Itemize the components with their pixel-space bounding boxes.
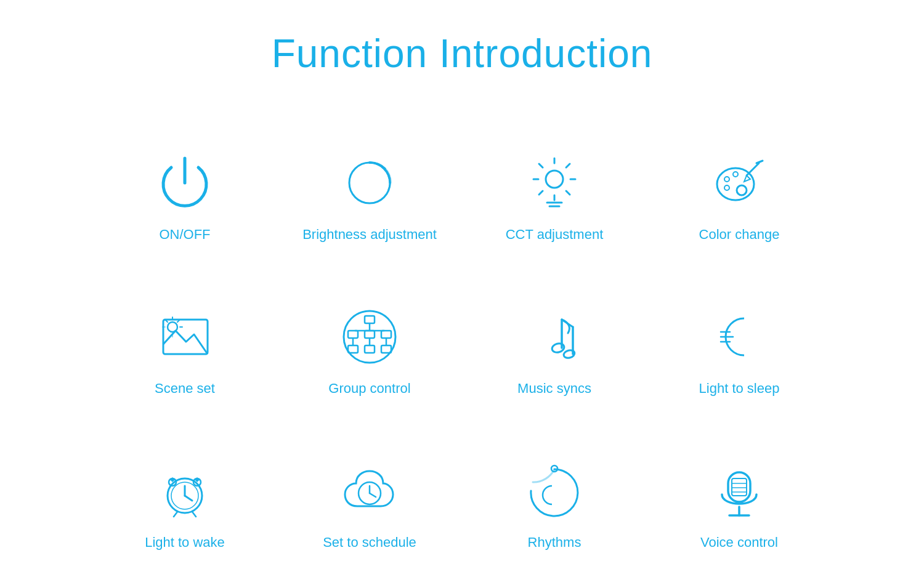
- svg-line-9: [539, 191, 543, 195]
- brightness-label: Brightness adjustment: [302, 227, 437, 243]
- item-groupcontrol: Group control: [283, 255, 456, 403]
- lighttosleep-icon: [705, 303, 773, 371]
- item-settoschedule: Set to schedule: [283, 409, 456, 557]
- svg-line-8: [566, 164, 570, 167]
- svg-rect-39: [365, 345, 375, 353]
- voicecontrol-icon: [705, 457, 773, 525]
- svg-point-42: [551, 342, 565, 354]
- settoschedule-icon: [336, 457, 403, 525]
- item-cct: CCT adjustment: [468, 101, 641, 249]
- lighttosleep-label: Light to sleep: [699, 381, 780, 397]
- svg-point-2: [546, 171, 563, 188]
- onoff-label: ON/OFF: [159, 227, 210, 243]
- musicsyncs-icon: [521, 303, 588, 371]
- groupcontrol-label: Group control: [328, 381, 410, 397]
- svg-rect-29: [365, 316, 375, 323]
- svg-point-16: [733, 172, 738, 177]
- svg-point-21: [168, 322, 177, 332]
- svg-line-19: [756, 161, 763, 163]
- cct-label: CCT adjustment: [506, 227, 604, 243]
- svg-point-28: [344, 311, 395, 363]
- sceneset-label: Scene set: [155, 381, 215, 397]
- cct-icon: [521, 149, 588, 217]
- svg-point-17: [724, 185, 729, 190]
- colorchange-icon: [705, 149, 773, 217]
- svg-rect-64: [732, 478, 747, 496]
- svg-point-14: [737, 185, 747, 195]
- item-sceneset: Scene set: [99, 255, 271, 403]
- settoschedule-label: Set to schedule: [323, 535, 416, 551]
- svg-line-45: [562, 320, 573, 327]
- item-colorchange: Color change: [653, 101, 825, 249]
- svg-line-7: [539, 164, 543, 167]
- svg-rect-34: [381, 331, 391, 338]
- item-brightness: Brightness adjustment: [283, 101, 456, 249]
- svg-point-44: [563, 349, 575, 359]
- svg-line-52: [185, 496, 192, 501]
- groupcontrol-icon: [336, 303, 403, 371]
- item-lighttosleep: Light to sleep: [653, 255, 825, 403]
- svg-line-18: [747, 163, 759, 176]
- lighttowake-icon: [151, 457, 219, 525]
- svg-point-15: [724, 177, 729, 182]
- svg-line-56: [192, 512, 196, 517]
- feature-grid: ON/OFF Brightness adjustment: [99, 101, 825, 557]
- item-rhythms: Rhythms: [468, 409, 641, 557]
- rhythms-icon: [521, 457, 588, 525]
- page-title: Function Introduction: [272, 31, 653, 76]
- musicsyncs-label: Music syncs: [517, 381, 591, 397]
- item-onoff: ON/OFF: [99, 101, 271, 249]
- colorchange-label: Color change: [699, 227, 780, 243]
- item-musicsyncs: Music syncs: [468, 255, 641, 403]
- onoff-icon: [151, 149, 219, 217]
- sceneset-icon: [151, 303, 219, 371]
- voicecontrol-label: Voice control: [700, 535, 778, 551]
- lighttowake-label: Light to wake: [145, 535, 225, 551]
- svg-line-55: [174, 512, 177, 517]
- brightness-icon: [336, 149, 403, 217]
- rhythms-label: Rhythms: [528, 535, 582, 551]
- item-lighttowake: Light to wake: [99, 409, 271, 557]
- svg-rect-32: [348, 331, 358, 338]
- svg-rect-33: [365, 331, 375, 338]
- svg-line-10: [566, 191, 570, 195]
- item-voicecontrol: Voice control: [653, 409, 825, 557]
